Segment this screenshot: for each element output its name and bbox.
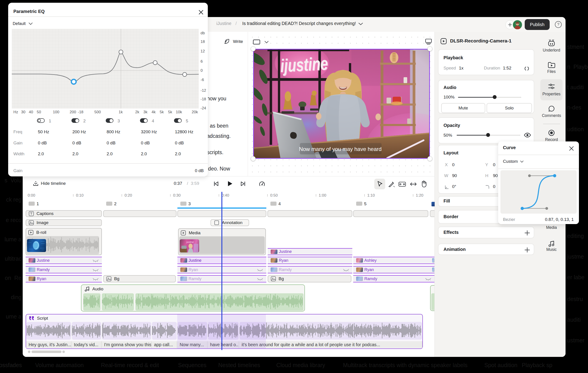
svg-text:justine: justine bbox=[186, 241, 194, 243]
svg-text:Now many of you may have heard: Now many of you may have heard bbox=[299, 146, 382, 152]
